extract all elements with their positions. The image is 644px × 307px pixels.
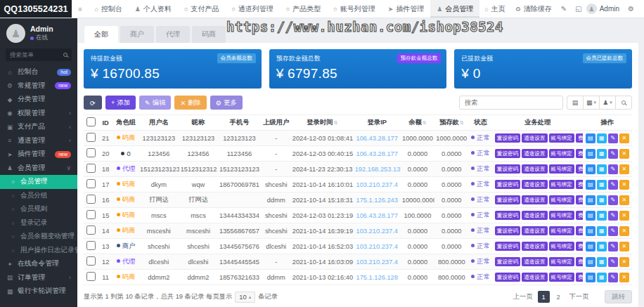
log-button[interactable]: ▦ xyxy=(597,133,607,143)
row-checkbox[interactable] xyxy=(86,210,96,219)
jump-button[interactable]: 跳转 xyxy=(605,290,632,303)
biz-button-通道设置[interactable]: 通道设置 xyxy=(522,257,547,266)
biz-button-账号绑定[interactable]: 账号绑定 xyxy=(549,180,574,189)
tab-码商[interactable]: 码商 xyxy=(192,26,226,43)
sidebar-item-常规管理[interactable]: ⚙常规管理new xyxy=(0,79,77,93)
edit-row-button[interactable]: ✎ xyxy=(608,195,618,205)
biz-button-费率设置[interactable]: 费率设置 xyxy=(576,257,583,266)
delete-row-button[interactable]: ✕ xyxy=(619,195,629,205)
sidebar-item-分类管理[interactable]: ◆分类管理 xyxy=(0,93,77,107)
top-menu-item-控制台[interactable]: ⌂控制台 xyxy=(88,0,128,18)
select-all-checkbox[interactable] xyxy=(86,117,96,126)
sidebar-subitem-会员规则[interactable]: ○会员规则 xyxy=(0,202,77,216)
settings-gear-icon[interactable]: ⚙ xyxy=(624,5,638,13)
row-checkbox[interactable] xyxy=(86,164,96,173)
edit-button[interactable]: ✎编辑 xyxy=(139,96,171,110)
sidebar-toggle[interactable]: ≡ xyxy=(72,0,88,18)
biz-button-费率设置[interactable]: 费率设置 xyxy=(576,180,583,189)
delete-row-button[interactable]: ✕ xyxy=(619,226,629,236)
column-header-登录时间[interactable]: 登录时间⇅ xyxy=(291,115,354,131)
paging-toggle-button[interactable]: ▤ xyxy=(567,96,584,110)
biz-button-费率设置[interactable]: 费率设置 xyxy=(576,242,583,251)
biz-button-通道设置[interactable]: 通道设置 xyxy=(522,273,547,282)
delete-row-button[interactable]: ✕ xyxy=(619,164,629,174)
sidebar-subitem-会员余额变动管理[interactable]: ○会员余额变动管理 xyxy=(0,230,77,244)
biz-button-通道设置[interactable]: 通道设置 xyxy=(522,211,547,220)
top-menu-item-支付产品[interactable]: ○支付产品 xyxy=(178,0,225,18)
delete-row-button[interactable]: ✕ xyxy=(619,242,629,252)
more-button[interactable]: ⚙更多 xyxy=(210,96,243,110)
biz-button-通道设置[interactable]: 通道设置 xyxy=(522,226,547,235)
edit-row-button[interactable]: ✎ xyxy=(608,242,618,252)
edit-row-button[interactable]: ✎ xyxy=(608,226,618,236)
top-menu-item-个人资料[interactable]: ♟个人资料 xyxy=(129,0,178,18)
edit-row-button[interactable]: ✎ xyxy=(608,180,618,190)
add-button[interactable]: +添加 xyxy=(105,96,136,110)
detail-button[interactable]: ▤ xyxy=(586,195,595,205)
biz-button-账号绑定[interactable]: 账号绑定 xyxy=(549,195,574,204)
detail-button[interactable]: ▤ xyxy=(586,273,595,282)
biz-button-重设密码[interactable]: 重设密码 xyxy=(495,195,520,204)
biz-button-账号绑定[interactable]: 账号绑定 xyxy=(549,164,574,174)
biz-button-账号绑定[interactable]: 账号绑定 xyxy=(549,273,574,282)
sidebar-item-权限管理[interactable]: ◉权限管理‹ xyxy=(0,107,77,121)
per-page-select[interactable]: 10▴ xyxy=(235,292,255,303)
row-checkbox[interactable] xyxy=(86,272,96,281)
biz-button-重设密码[interactable]: 重设密码 xyxy=(495,164,520,174)
detail-button[interactable]: ▤ xyxy=(586,149,595,159)
sidebar-item-订单管理[interactable]: ▤订单管理‹ xyxy=(0,271,77,285)
sort-icon[interactable]: ⇅ xyxy=(423,120,427,125)
column-header-余额[interactable]: 余额⇅ xyxy=(401,115,434,131)
detail-button[interactable]: ▤ xyxy=(586,242,595,252)
search-toggle-button[interactable] xyxy=(615,96,632,110)
log-button[interactable]: ▦ xyxy=(597,180,607,190)
top-menu-item-通道列管理[interactable]: ○通道列管理 xyxy=(225,0,279,18)
biz-button-重设密码[interactable]: 重设密码 xyxy=(495,226,520,235)
sidebar-subitem-会员管理[interactable]: ○会员管理 xyxy=(0,175,77,189)
sidebar-item-会员管理[interactable]: ♟会员管理∨ xyxy=(0,162,77,176)
log-button[interactable]: ▦ xyxy=(597,257,607,267)
detail-button[interactable]: ▤ xyxy=(586,211,595,221)
sidebar-item-支付产品[interactable]: ▣支付产品‹ xyxy=(0,120,77,134)
log-button[interactable]: ▦ xyxy=(597,273,607,282)
sidebar-item-插件管理[interactable]: ➤插件管理new xyxy=(0,148,77,162)
sidebar-search-input[interactable] xyxy=(10,51,63,58)
delete-row-button[interactable]: ✕ xyxy=(619,273,629,282)
biz-button-账号绑定[interactable]: 账号绑定 xyxy=(549,257,574,266)
biz-button-费率设置[interactable]: 费率设置 xyxy=(576,195,583,204)
biz-button-费率设置[interactable]: 费率设置 xyxy=(576,149,583,158)
table-search-input[interactable] xyxy=(459,96,563,110)
refresh-button[interactable]: ⟳ xyxy=(84,96,102,110)
biz-button-通道设置[interactable]: 通道设置 xyxy=(522,133,547,143)
edit-row-button[interactable]: ✎ xyxy=(608,211,618,221)
detail-button[interactable]: ▤ xyxy=(586,133,595,143)
detail-button[interactable]: ▤ xyxy=(586,164,595,174)
fullscreen-icon[interactable]: ◱ xyxy=(571,5,586,13)
biz-button-账号绑定[interactable]: 账号绑定 xyxy=(549,242,574,251)
biz-button-重设密码[interactable]: 重设密码 xyxy=(495,257,520,266)
edit-mode-icon[interactable]: ✎ xyxy=(557,5,571,13)
biz-button-费率设置[interactable]: 费率设置 xyxy=(576,164,583,174)
delete-row-button[interactable]: ✕ xyxy=(619,133,629,143)
top-menu-item-插件管理[interactable]: ➤插件管理 xyxy=(382,0,431,18)
sort-icon[interactable]: ⇅ xyxy=(460,120,464,125)
prev-page-link[interactable]: 上一页 xyxy=(513,292,533,301)
sidebar-item-在线命令管理[interactable]: ✦在线命令管理 xyxy=(0,257,77,271)
row-checkbox[interactable] xyxy=(86,226,96,235)
log-button[interactable]: ▦ xyxy=(597,211,607,221)
page-number-2[interactable]: 2 xyxy=(553,291,565,303)
top-menu-item-产品类型[interactable]: ○产品类型 xyxy=(280,0,327,18)
row-checkbox[interactable] xyxy=(86,148,96,157)
biz-button-账号绑定[interactable]: 账号绑定 xyxy=(549,149,574,158)
edit-row-button[interactable]: ✎ xyxy=(608,164,618,174)
sidebar-item-控制台[interactable]: ⌂控制台hot xyxy=(0,65,77,79)
delete-row-button[interactable]: ✕ xyxy=(619,257,629,267)
tab-代理[interactable]: 代理 xyxy=(156,26,190,43)
biz-button-费率设置[interactable]: 费率设置 xyxy=(576,133,583,143)
biz-button-重设密码[interactable]: 重设密码 xyxy=(495,273,520,282)
biz-button-重设密码[interactable]: 重设密码 xyxy=(495,242,520,251)
biz-button-重设密码[interactable]: 重设密码 xyxy=(495,211,520,220)
biz-button-费率设置[interactable]: 费率设置 xyxy=(576,273,583,282)
log-button[interactable]: ▦ xyxy=(597,242,607,252)
biz-button-通道设置[interactable]: 通道设置 xyxy=(522,164,547,174)
